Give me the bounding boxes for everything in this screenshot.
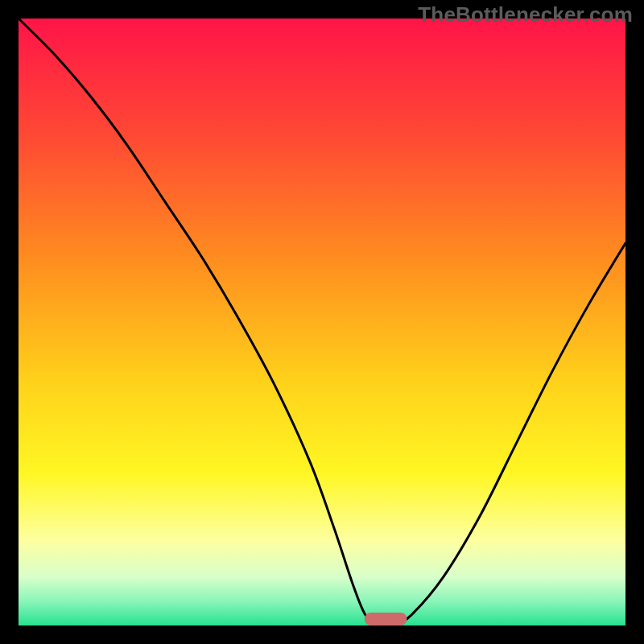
watermark-label: TheBottlenecker.com <box>418 2 633 27</box>
bottleneck-chart <box>19 19 625 625</box>
optimal-marker <box>365 613 407 625</box>
gradient-background <box>19 19 625 625</box>
chart-frame: TheBottlenecker.com <box>0 0 644 644</box>
plot-area <box>19 19 625 625</box>
